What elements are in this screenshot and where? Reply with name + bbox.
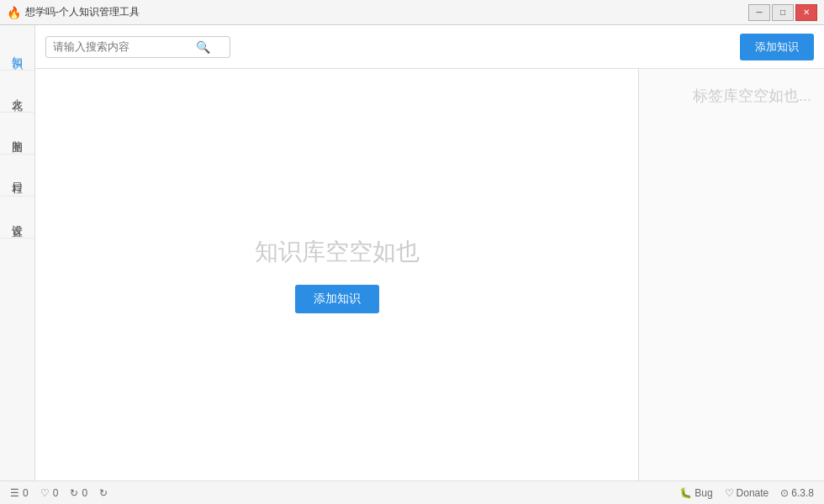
app-title: 想学吗-个人知识管理工具 <box>25 5 140 19</box>
donate-label: Donate <box>737 487 769 499</box>
version-value: 6.3.8 <box>791 487 814 499</box>
sidebar: 知识 火花 脑图 日程 设置 <box>0 25 35 480</box>
status-count-3: ↻ 0 <box>70 487 87 499</box>
sidebar-item-spark[interactable]: 火花 <box>0 71 34 113</box>
titlebar-left: 🔥 想学吗-个人知识管理工具 <box>7 5 140 19</box>
search-input[interactable] <box>53 40 196 53</box>
donate-icon: ♡ <box>725 487 734 499</box>
main-container: 知识 火花 脑图 日程 设置 🔍 添加知识 知识库空空如也 添加知识 标签库空空… <box>0 25 824 480</box>
window-controls: ─ □ ✕ <box>748 4 817 21</box>
bug-link[interactable]: 🐛 Bug <box>679 487 712 499</box>
list-icon: ☰ <box>10 487 19 499</box>
count-1-value: 0 <box>23 487 29 499</box>
search-box: 🔍 <box>45 36 230 58</box>
sync-icon: ↻ <box>99 487 108 499</box>
donate-link[interactable]: ♡ Donate <box>725 487 769 499</box>
sidebar-item-schedule[interactable]: 日程 <box>0 155 34 197</box>
status-sync: ↻ <box>99 487 108 499</box>
heart-icon: ♡ <box>40 487 50 499</box>
knowledge-empty-text: 知识库空空如也 <box>255 236 420 268</box>
sidebar-item-settings[interactable]: 设置 <box>0 197 34 239</box>
clock-icon: ⊙ <box>780 487 789 499</box>
maximize-button[interactable]: □ <box>772 4 794 21</box>
sidebar-item-mindmap[interactable]: 脑图 <box>0 113 34 155</box>
status-count-2: ♡ 0 <box>40 487 59 499</box>
titlebar: 🔥 想学吗-个人知识管理工具 ─ □ ✕ <box>0 0 824 25</box>
count-2-value: 0 <box>53 487 59 499</box>
tags-empty-text: 标签库空空如也... <box>693 86 811 106</box>
panels: 知识库空空如也 添加知识 标签库空空如也... <box>35 69 824 480</box>
toolbar: 🔍 添加知识 <box>35 25 824 69</box>
status-count-1: ☰ 0 <box>10 487 29 499</box>
version-text: ⊙ 6.3.8 <box>780 487 814 499</box>
minimize-button[interactable]: ─ <box>748 4 770 21</box>
bug-label: Bug <box>695 487 712 499</box>
close-button[interactable]: ✕ <box>795 4 817 21</box>
status-right: 🐛 Bug ♡ Donate ⊙ 6.3.8 <box>679 487 814 499</box>
add-knowledge-button-toolbar[interactable]: 添加知识 <box>740 34 814 60</box>
sidebar-item-knowledge[interactable]: 知识 <box>0 29 34 71</box>
content-area: 🔍 添加知识 知识库空空如也 添加知识 标签库空空如也... <box>35 25 824 480</box>
refresh-icon: ↻ <box>70 487 78 499</box>
add-knowledge-button-center[interactable]: 添加知识 <box>295 285 379 313</box>
bug-icon: 🐛 <box>679 487 692 499</box>
knowledge-panel: 知识库空空如也 添加知识 <box>35 69 639 480</box>
tags-panel: 标签库空空如也... <box>639 69 824 480</box>
count-3-value: 0 <box>82 487 87 499</box>
app-icon: 🔥 <box>7 6 20 19</box>
statusbar: ☰ 0 ♡ 0 ↻ 0 ↻ 🐛 Bug ♡ Donate ⊙ 6.3.8 <box>0 480 824 504</box>
search-icon[interactable]: 🔍 <box>196 40 210 54</box>
